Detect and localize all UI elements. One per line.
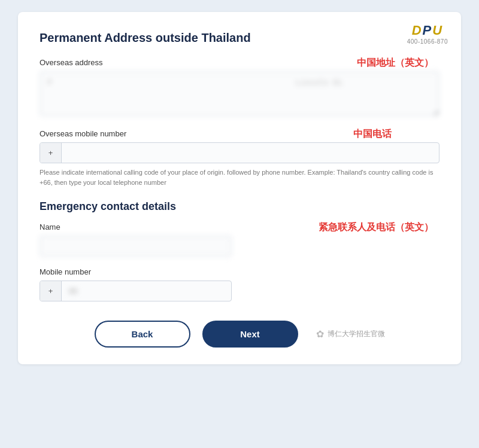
overseas-mobile-row: + xyxy=(40,142,439,163)
emergency-mobile-input[interactable] xyxy=(62,281,231,301)
emergency-mobile-prefix: + xyxy=(40,281,62,301)
button-row: Back Next ✿ 博仁大学招生官微 xyxy=(40,321,439,348)
watermark-text: 博仁大学招生官微 xyxy=(328,329,385,339)
overseas-mobile-prefix: + xyxy=(40,143,62,163)
back-button[interactable]: Back xyxy=(95,321,190,348)
overseas-address-group: Overseas address 中国地址（英文） P Lincoln Di xyxy=(40,58,439,118)
watermark-icon: ✿ xyxy=(316,328,324,340)
logo-phone: 400-1066-870 xyxy=(407,38,448,45)
next-button[interactable]: Next xyxy=(202,321,298,348)
form-card: DPU 400-1066-870 Permanent Address outsi… xyxy=(18,12,461,364)
overseas-mobile-hint: Please indicate international calling co… xyxy=(40,167,439,187)
logo-dpu: DPU xyxy=(407,23,448,38)
emergency-mobile-row: + xyxy=(40,281,232,301)
logo-area: DPU 400-1066-870 xyxy=(407,23,448,45)
overseas-address-input[interactable]: P Lincoln Di xyxy=(40,71,439,116)
emergency-mobile-group: Mobile number + xyxy=(40,267,439,301)
emergency-name-input[interactable] xyxy=(40,236,232,257)
overseas-mobile-input[interactable] xyxy=(62,143,439,163)
page-title: Permanent Address outside Thailand xyxy=(40,31,439,45)
emergency-annotation: 紧急联系人及电话（英文） xyxy=(319,221,433,234)
emergency-section-title: Emergency contact details xyxy=(40,200,439,213)
emergency-name-group: Name 紧急联系人及电话（英文） xyxy=(40,223,439,257)
emergency-mobile-label: Mobile number xyxy=(40,267,439,276)
overseas-address-annotation: 中国地址（英文） xyxy=(357,57,433,69)
watermark-area: ✿ 博仁大学招生官微 xyxy=(316,328,385,340)
overseas-mobile-group: Overseas mobile number 中国电话 + Please ind… xyxy=(40,129,439,187)
overseas-mobile-annotation: 中国电话 xyxy=(353,128,392,141)
